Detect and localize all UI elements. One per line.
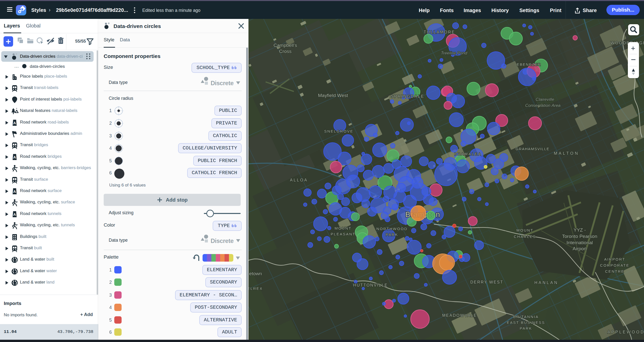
svg-text:A: A [13,155,16,159]
svg-text:etown: etown [249,271,262,276]
svg-text:Toronto Pearson: Toronto Pearson [562,234,597,239]
svg-text:Campbell's: Campbell's [273,43,297,48]
svg-text:MEADOWVALE: MEADOWVALE [442,313,477,318]
svg-text:GRAHAMSVILLE: GRAHAMSVILLE [516,147,550,151]
svg-text:CORPORATE: CORPORATE [600,263,629,267]
svg-text:PLEASANT: PLEASANT [331,232,355,236]
svg-text:ELREX: ELREX [248,286,263,291]
svg-text:Cross: Cross [279,49,292,54]
svg-text:Airport: Airport [573,246,587,251]
svg-text:APPLEWOOD: APPLEWOOD [607,330,644,334]
svg-text:PARK: PARK [520,326,532,330]
svg-text:AIRPORT: AIRPORT [604,257,625,261]
svg-text:International: International [567,240,593,245]
svg-text:CHARLES: CHARLES [514,234,536,239]
svg-text:EAST BUSINESS: EAST BUSINESS [507,320,545,325]
svg-text:SNELGROVE: SNELGROVE [324,129,353,133]
svg-text:PARK: PARK [386,232,398,237]
svg-text:Treeline Pond: Treeline Pond [441,51,467,55]
svg-text:DERRY WEST: DERRY WEST [470,280,503,284]
svg-text:HANLAN: HANLAN [535,281,558,285]
svg-text:SPRINGDALE: SPRINGDALE [391,94,424,99]
svg-text:A: A [13,189,16,194]
svg-text:YYZ -: YYZ - [574,227,586,233]
svg-text:ALLOA: ALLOA [290,178,308,182]
svg-text:HUTTONVILLE: HUTTONVILLE [353,283,388,287]
svg-text:MALTON: MALTON [554,151,579,156]
svg-text:NORTHWOOD: NORTHWOOD [376,227,408,231]
svg-text:EBENEZER: EBENEZER [517,62,541,67]
svg-text:A: A [13,121,16,125]
svg-text:TULLAMORE: TULLAMORE [424,30,455,34]
svg-text:Mayfield West: Mayfield West [318,93,348,98]
svg-text:BRITANNIA: BRITANNIA [513,315,539,319]
svg-text:WOODBRIDGE: WOODBRIDGE [611,41,644,45]
svg-text:BRAMALEA: BRAMALEA [454,152,482,156]
svg-text:A: A [13,212,16,216]
svg-text:Claireville: Claireville [536,97,554,102]
svg-text:MOUNT: MOUNT [334,226,352,230]
svg-text:CENTRE: CENTRE [605,269,625,273]
svg-text:Conservation Area: Conservation Area [525,103,561,108]
svg-text:MOUNT: MOUNT [516,228,534,232]
